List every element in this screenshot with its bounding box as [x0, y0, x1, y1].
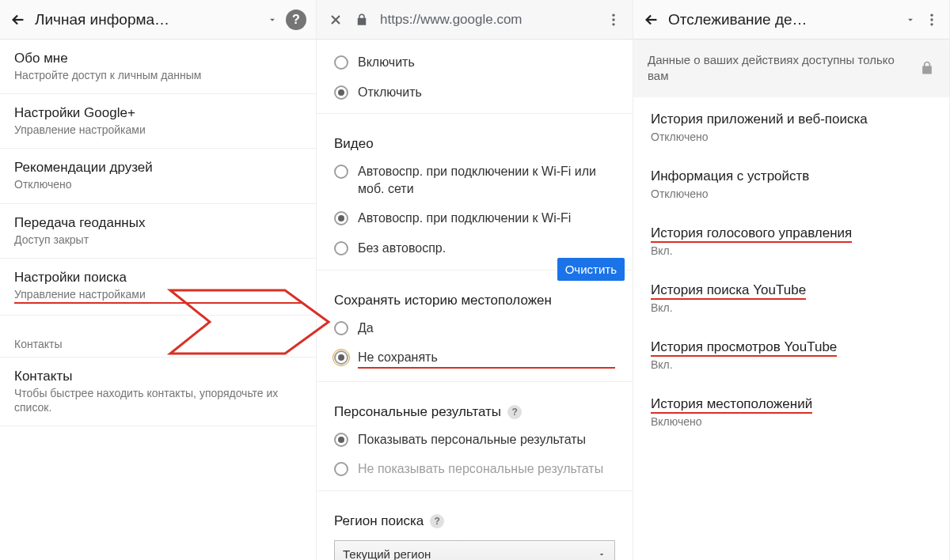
- page-title: Отслеживание де…: [668, 11, 894, 28]
- chevron-down-icon: [597, 550, 606, 559]
- item-device-info[interactable]: Информация с устройств Отключено: [633, 154, 949, 211]
- radio-icon: [334, 241, 348, 255]
- item-title: Настройки поиска: [14, 270, 302, 286]
- radio-autoplay-all[interactable]: Автовоспр. при подключении к Wi-Fi или м…: [317, 157, 633, 203]
- item-subtitle: Вкл.: [651, 244, 932, 257]
- item-contacts[interactable]: Контакты Чтобы быстрее находить контакты…: [0, 358, 316, 426]
- privacy-notice: Данные о ваших действиях доступны только…: [633, 40, 949, 97]
- item-subtitle: Вкл.: [651, 358, 932, 371]
- item-subtitle: Доступ закрыт: [14, 233, 302, 247]
- radio-disable[interactable]: Отключить: [317, 78, 633, 108]
- item-friend-recs[interactable]: Рекомендации друзей Отключено: [0, 149, 316, 203]
- item-youtube-search-history[interactable]: История поиска YouTube Вкл.: [633, 268, 949, 325]
- radio-icon: [334, 165, 348, 179]
- back-icon[interactable]: [10, 11, 27, 28]
- radio-label: Не показывать персональные результаты: [358, 460, 615, 478]
- item-subtitle: Чтобы быстрее находить контакты, упорядо…: [14, 386, 302, 414]
- item-subtitle: Отключено: [651, 187, 932, 200]
- radio-icon: [334, 85, 348, 100]
- panel-activity-tracking: Отслеживание де… Данные о ваших действия…: [633, 0, 950, 560]
- clear-button[interactable]: Очистить: [557, 258, 625, 281]
- svg-point-2: [612, 23, 614, 25]
- item-location-history[interactable]: История местоположений Включено: [633, 382, 949, 439]
- item-geolocation[interactable]: Передача геоданных Доступ закрыт: [0, 204, 316, 259]
- radio-save-yes[interactable]: Да: [317, 313, 633, 343]
- svg-point-3: [930, 13, 933, 16]
- header-bar: Отслеживание де…: [633, 0, 949, 40]
- more-icon[interactable]: [606, 12, 621, 28]
- item-title: Рекомендации друзей: [14, 160, 302, 176]
- radio-label: Включить: [358, 54, 615, 71]
- radio-icon: [334, 55, 348, 70]
- radio-enable[interactable]: Включить: [317, 47, 633, 78]
- item-subtitle: Отключено: [651, 131, 932, 143]
- group-title-location-history: Сохранять историю местоположен: [317, 277, 633, 313]
- item-voice-history[interactable]: История голосового управления Вкл.: [633, 211, 949, 268]
- radio-icon: [334, 350, 348, 365]
- dropdown-icon[interactable]: [905, 14, 916, 25]
- svg-point-0: [612, 13, 614, 16]
- svg-point-4: [930, 18, 933, 21]
- item-app-web-history[interactable]: История приложений и веб-поиска Отключен…: [633, 97, 949, 154]
- radio-label: Автовоспр. при подключении к Wi-Fi: [358, 210, 615, 227]
- radio-save-no[interactable]: Не сохранять: [317, 342, 633, 375]
- item-subtitle: Настройте доступ к личным данным: [14, 68, 302, 82]
- radio-icon: [334, 433, 348, 447]
- radio-autoplay-wifi[interactable]: Автовоспр. при подключении к Wi-Fi: [317, 203, 633, 233]
- radio-label: Автовоспр. при подключении к Wi-Fi или м…: [358, 163, 615, 197]
- radio-label: Показывать персональные результаты: [358, 431, 615, 448]
- dropdown-icon[interactable]: [267, 14, 278, 25]
- item-subtitle: Включено: [651, 415, 932, 428]
- panel-browser-settings: https://www.google.com Включить Отключит…: [317, 0, 633, 560]
- help-icon[interactable]: ?: [507, 405, 522, 419]
- item-subtitle: Вкл.: [651, 301, 932, 314]
- lock-icon: [355, 13, 369, 27]
- browser-header: https://www.google.com: [317, 0, 633, 40]
- svg-point-1: [612, 18, 614, 21]
- more-icon[interactable]: [924, 12, 940, 28]
- item-title: История голосового управления: [651, 225, 852, 243]
- help-icon[interactable]: ?: [286, 9, 306, 30]
- section-header-contacts: Контакты: [0, 316, 316, 358]
- group-title-region: Регион поиска ?: [317, 498, 633, 534]
- radio-icon: [334, 321, 348, 335]
- radio-label: Не сохранять: [358, 349, 615, 369]
- radio-icon: [334, 211, 348, 225]
- radio-icon: [334, 462, 348, 476]
- item-title: История просмотров YouTube: [651, 339, 837, 357]
- lock-icon: [919, 60, 935, 76]
- item-youtube-watch-history[interactable]: История просмотров YouTube Вкл.: [633, 325, 949, 382]
- header-bar: Личная информа… ?: [0, 0, 316, 40]
- item-subtitle: Отключено: [14, 177, 302, 191]
- item-about-me[interactable]: Обо мне Настройте доступ к личным данным: [0, 40, 316, 94]
- item-title: Информация с устройств: [651, 168, 932, 184]
- region-select[interactable]: Текущий регион: [334, 540, 615, 560]
- group-title-video: Видео: [317, 120, 633, 157]
- item-title: Передача геоданных: [14, 215, 302, 231]
- panel-personal-info: Личная информа… ? Обо мне Настройте дост…: [0, 0, 317, 560]
- item-title: Обо мне: [14, 51, 302, 66]
- back-icon[interactable]: [643, 11, 660, 28]
- item-title: История местоположений: [651, 396, 812, 414]
- item-subtitle: Управление настройками: [14, 123, 302, 137]
- group-title-personal-results: Персональные результаты ?: [317, 388, 633, 425]
- notice-text: Данные о ваших действиях доступны только…: [648, 52, 908, 85]
- radio-label: Отключить: [358, 84, 615, 101]
- item-search-settings[interactable]: Настройки поиска Управление настройками: [0, 259, 316, 316]
- page-title: Личная информа…: [35, 11, 256, 28]
- radio-personal-show[interactable]: Показывать персональные результаты: [317, 425, 633, 455]
- item-title: История поиска YouTube: [651, 282, 806, 300]
- item-googleplus[interactable]: Настройки Google+ Управление настройками: [0, 94, 316, 149]
- radio-label: Без автовоспр.: [358, 240, 615, 257]
- item-subtitle: Управление настройками: [14, 287, 302, 304]
- url-text[interactable]: https://www.google.com: [380, 12, 595, 28]
- help-icon[interactable]: ?: [430, 514, 444, 528]
- svg-point-5: [930, 23, 933, 25]
- item-title: Настройки Google+: [14, 105, 302, 121]
- radio-personal-hide[interactable]: Не показывать персональные результаты: [317, 454, 633, 484]
- item-title: Контакты: [14, 369, 302, 384]
- radio-label: Да: [358, 320, 615, 337]
- item-title: История приложений и веб-поиска: [651, 112, 932, 127]
- region-value: Текущий регион: [343, 547, 431, 560]
- close-icon[interactable]: [328, 12, 344, 28]
